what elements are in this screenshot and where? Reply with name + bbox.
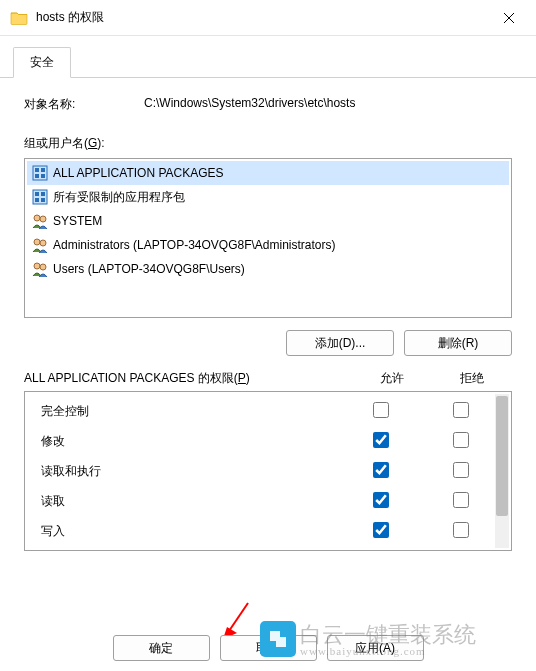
svg-rect-4 bbox=[41, 174, 45, 178]
close-button[interactable] bbox=[486, 2, 532, 34]
scrollbar[interactable] bbox=[495, 394, 509, 548]
scrollbar-thumb[interactable] bbox=[496, 396, 508, 516]
object-label: 对象名称: bbox=[24, 96, 144, 113]
perm-name: 修改 bbox=[35, 433, 341, 450]
dialog-footer: 确定 取消 应用(A) bbox=[0, 625, 536, 671]
perm-row: 读取和执行 bbox=[25, 456, 511, 486]
svg-rect-6 bbox=[35, 192, 39, 196]
allow-checkbox[interactable] bbox=[373, 462, 389, 478]
svg-point-15 bbox=[40, 264, 46, 270]
svg-rect-1 bbox=[35, 168, 39, 172]
groups-listbox[interactable]: ALL APPLICATION PACKAGES所有受限制的应用程序包SYSTE… bbox=[24, 158, 512, 318]
col-deny: 拒绝 bbox=[432, 370, 512, 387]
svg-rect-3 bbox=[35, 174, 39, 178]
ok-button[interactable]: 确定 bbox=[113, 635, 210, 661]
perm-name: 读取 bbox=[35, 493, 341, 510]
list-item[interactable]: Users (LAPTOP-34OVQG8F\Users) bbox=[27, 257, 509, 281]
list-item[interactable]: ALL APPLICATION PACKAGES bbox=[27, 161, 509, 185]
folder-icon bbox=[10, 9, 28, 27]
list-item-label: SYSTEM bbox=[53, 214, 102, 228]
col-allow: 允许 bbox=[352, 370, 432, 387]
tab-security[interactable]: 安全 bbox=[13, 47, 71, 78]
perm-row: 完全控制 bbox=[25, 396, 511, 426]
users-icon bbox=[31, 212, 49, 230]
package-icon bbox=[31, 164, 49, 182]
list-item[interactable]: SYSTEM bbox=[27, 209, 509, 233]
allow-checkbox[interactable] bbox=[373, 402, 389, 418]
permissions-listbox[interactable]: 完全控制修改读取和执行读取写入 bbox=[24, 391, 512, 551]
users-icon bbox=[31, 260, 49, 278]
users-icon bbox=[31, 236, 49, 254]
list-item-label: ALL APPLICATION PACKAGES bbox=[53, 166, 224, 180]
perm-name: 写入 bbox=[35, 523, 341, 540]
perm-row: 修改 bbox=[25, 426, 511, 456]
deny-checkbox[interactable] bbox=[453, 492, 469, 508]
svg-point-11 bbox=[40, 216, 46, 222]
remove-button[interactable]: 删除(R) bbox=[404, 330, 512, 356]
title-bar: hosts 的权限 bbox=[0, 0, 536, 36]
svg-point-14 bbox=[34, 263, 40, 269]
perm-header: ALL APPLICATION PACKAGES 的权限(P) 允许 拒绝 bbox=[24, 370, 512, 387]
deny-checkbox[interactable] bbox=[453, 402, 469, 418]
object-value: C:\Windows\System32\drivers\etc\hosts bbox=[144, 96, 355, 113]
allow-checkbox[interactable] bbox=[373, 492, 389, 508]
svg-point-12 bbox=[34, 239, 40, 245]
list-item[interactable]: Administrators (LAPTOP-34OVQG8F\Administ… bbox=[27, 233, 509, 257]
svg-point-13 bbox=[40, 240, 46, 246]
allow-checkbox[interactable] bbox=[373, 522, 389, 538]
svg-point-10 bbox=[34, 215, 40, 221]
cancel-button[interactable]: 取消 bbox=[220, 635, 317, 661]
svg-rect-7 bbox=[41, 192, 45, 196]
package-icon bbox=[31, 188, 49, 206]
tab-strip: 安全 bbox=[0, 36, 536, 78]
perm-row: 写入 bbox=[25, 516, 511, 546]
list-item-label: Administrators (LAPTOP-34OVQG8F\Administ… bbox=[53, 238, 336, 252]
deny-checkbox[interactable] bbox=[453, 462, 469, 478]
window-title: hosts 的权限 bbox=[36, 9, 486, 26]
svg-rect-2 bbox=[41, 168, 45, 172]
list-item[interactable]: 所有受限制的应用程序包 bbox=[27, 185, 509, 209]
deny-checkbox[interactable] bbox=[453, 522, 469, 538]
svg-rect-9 bbox=[41, 198, 45, 202]
perm-name: 完全控制 bbox=[35, 403, 341, 420]
groups-label: 组或用户名(G): bbox=[24, 135, 512, 152]
deny-checkbox[interactable] bbox=[453, 432, 469, 448]
allow-checkbox[interactable] bbox=[373, 432, 389, 448]
object-row: 对象名称: C:\Windows\System32\drivers\etc\ho… bbox=[24, 96, 512, 113]
list-item-label: Users (LAPTOP-34OVQG8F\Users) bbox=[53, 262, 245, 276]
perm-name: 读取和执行 bbox=[35, 463, 341, 480]
svg-rect-8 bbox=[35, 198, 39, 202]
add-button[interactable]: 添加(D)... bbox=[286, 330, 394, 356]
apply-button[interactable]: 应用(A) bbox=[327, 635, 424, 661]
list-item-label: 所有受限制的应用程序包 bbox=[53, 189, 185, 206]
perm-row: 读取 bbox=[25, 486, 511, 516]
